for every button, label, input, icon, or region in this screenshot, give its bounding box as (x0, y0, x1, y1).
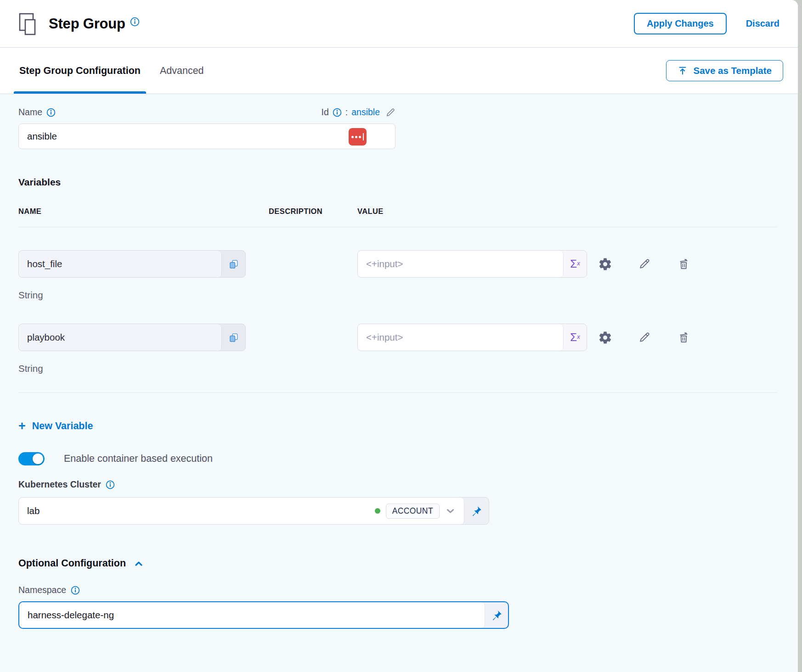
container-execution-toggle[interactable] (18, 452, 45, 465)
step-group-info-icon[interactable] (130, 17, 140, 27)
kubernetes-cluster-label-row: Kubernetes Cluster (18, 479, 779, 490)
variable-name-input[interactable] (19, 332, 221, 343)
edit-variable-icon[interactable] (638, 331, 651, 344)
kubernetes-cluster-input[interactable] (27, 505, 375, 516)
step-group-drawer: Step Group Apply Changes Discard Step Gr… (0, 0, 798, 672)
variable-name-input[interactable] (19, 258, 221, 269)
delete-variable-icon[interactable] (678, 331, 690, 344)
drawer-header: Step Group Apply Changes Discard (0, 0, 798, 48)
save-as-template-label: Save as Template (693, 65, 772, 76)
namespace-label-row: Namespace (18, 585, 779, 595)
name-info-icon[interactable] (46, 108, 56, 117)
variable-row-host-file: Σx (18, 250, 779, 278)
namespace-label: Namespace (18, 585, 66, 595)
settings-gear-icon[interactable] (598, 330, 612, 345)
name-input[interactable] (19, 131, 395, 142)
column-header-description: DESCRIPTION (269, 207, 357, 216)
step-group-configuration-panel: Name Id : ansible (0, 94, 798, 672)
optional-configuration-label: Optional Configuration (18, 558, 126, 569)
toggle-knob (33, 454, 43, 464)
plus-icon: + (18, 421, 26, 431)
scope-badge: ACCOUNT (386, 504, 440, 519)
column-header-value: VALUE (357, 207, 587, 216)
step-group-icon (18, 12, 40, 36)
kubernetes-cluster-label: Kubernetes Cluster (18, 479, 101, 490)
connector-status-dot (375, 508, 380, 514)
variable-value-input[interactable] (358, 332, 563, 343)
column-header-name: NAME (18, 207, 269, 216)
tab-bar: Step Group Configuration Advanced Save a… (0, 48, 798, 94)
name-label-row: Name (18, 107, 56, 118)
namespace-info-icon[interactable] (71, 586, 80, 595)
delete-variable-icon[interactable] (678, 258, 690, 270)
id-value: ansible (351, 107, 380, 118)
fixed-value-pin-icon[interactable] (485, 602, 508, 628)
namespace-input[interactable] (19, 610, 485, 621)
chevron-up-icon (133, 558, 144, 569)
container-execution-row: Enable container based execution (18, 452, 779, 465)
edit-id-icon[interactable] (385, 107, 395, 118)
row-actions (587, 257, 779, 271)
expression-sigma-icon[interactable]: Σx (564, 251, 587, 277)
divider (18, 392, 778, 393)
copy-icon[interactable] (222, 251, 245, 277)
apply-changes-button[interactable]: Apply Changes (634, 13, 727, 34)
tab-advanced[interactable]: Advanced (154, 48, 209, 94)
name-section: Name Id : ansible (18, 107, 395, 149)
copy-icon[interactable] (222, 324, 245, 351)
divider (18, 227, 778, 227)
edit-variable-icon[interactable] (638, 258, 651, 270)
new-variable-button[interactable]: + New Variable (18, 420, 93, 432)
name-label: Name (18, 107, 42, 118)
optional-configuration-header[interactable]: Optional Configuration (18, 558, 779, 569)
name-input-wrapper (18, 123, 395, 149)
variable-name-field (18, 324, 246, 351)
id-separator: : (345, 107, 348, 118)
variable-name-field (18, 250, 246, 278)
password-manager-icon[interactable] (349, 128, 367, 146)
variables-title: Variables (18, 177, 779, 188)
row-actions (587, 330, 779, 345)
chevron-down-icon[interactable] (444, 505, 457, 517)
variable-value-field: Σx (357, 324, 587, 351)
page-title: Step Group (49, 16, 125, 32)
id-row: Id : ansible (322, 107, 395, 118)
variable-type: String (18, 363, 779, 374)
variable-value-input[interactable] (358, 258, 563, 269)
variable-row-playbook: Σx (18, 324, 779, 351)
kubernetes-cluster-field: ACCOUNT (18, 497, 489, 525)
tab-step-group-configuration[interactable]: Step Group Configuration (14, 48, 146, 94)
header-actions: Apply Changes Discard (634, 13, 779, 34)
variable-value-field: Σx (357, 250, 587, 278)
settings-gear-icon[interactable] (598, 257, 612, 271)
discard-button[interactable]: Discard (746, 18, 779, 29)
id-label: Id (322, 107, 329, 118)
variables-header-row: NAME DESCRIPTION VALUE (18, 207, 779, 216)
kubernetes-cluster-info-icon[interactable] (106, 480, 115, 489)
container-execution-label: Enable container based execution (64, 453, 213, 465)
namespace-field (18, 601, 509, 629)
new-variable-label: New Variable (32, 420, 93, 432)
fixed-value-pin-icon[interactable] (464, 498, 489, 524)
expression-sigma-icon[interactable]: Σx (564, 324, 587, 351)
variable-type: String (18, 290, 779, 301)
upload-icon (678, 66, 688, 76)
save-as-template-button[interactable]: Save as Template (666, 60, 783, 81)
id-info-icon[interactable] (333, 108, 342, 117)
